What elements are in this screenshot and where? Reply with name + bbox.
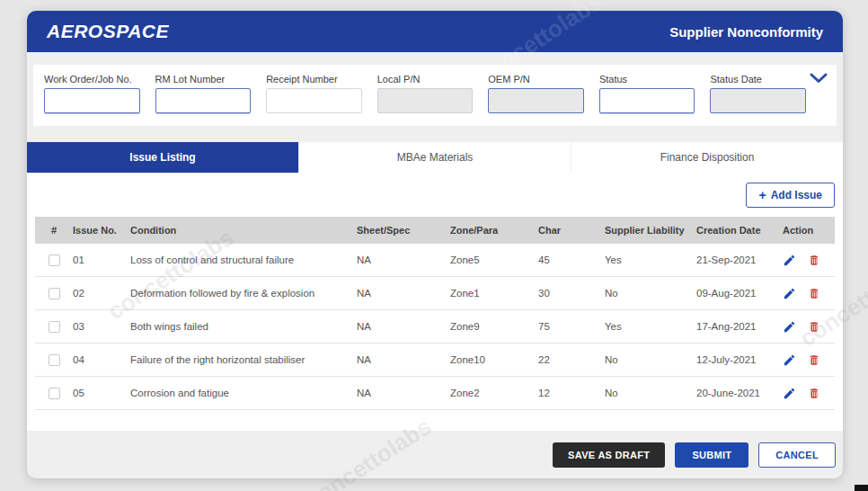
issue-no: 02 — [73, 288, 130, 299]
rm-lot-input[interactable] — [155, 88, 252, 113]
add-issue-button[interactable]: + Add Issue — [746, 183, 835, 208]
local-pn-input — [377, 88, 474, 113]
edit-pencil-icon[interactable] — [783, 320, 796, 334]
table-row: 05 Corrosion and fatigue NA Zone2 12 No … — [35, 377, 835, 410]
delete-trash-icon[interactable] — [808, 320, 820, 334]
page: AEROSPACE Supplier Nonconformity Work Or… — [0, 0, 868, 491]
char: 12 — [538, 388, 605, 398]
zone-para: Zone2 — [450, 388, 538, 398]
condition: Loss of control and structural failure — [130, 254, 357, 265]
edit-pencil-icon[interactable] — [783, 287, 796, 300]
receipt-number-label: Receipt Number — [266, 74, 362, 85]
col-issue-no: Issue No. — [73, 225, 130, 236]
aerospace-logo: AEROSPACE — [47, 21, 169, 42]
status-date-label: Status Date — [710, 74, 806, 85]
zone-para: Zone10 — [450, 354, 538, 365]
supplier-liability: No — [605, 354, 696, 365]
submit-button[interactable]: SUBMIT — [675, 442, 748, 468]
row-checkbox[interactable] — [49, 321, 60, 333]
issue-no: 05 — [73, 388, 130, 398]
screenshot-corner-artifact — [855, 485, 868, 491]
filter-panel: Work Order/Job No. RM Lot Number Receipt… — [33, 65, 837, 126]
field-rm-lot: RM Lot Number — [155, 74, 252, 113]
zone-para: Zone1 — [450, 288, 538, 299]
zone-para: Zone9 — [450, 321, 538, 332]
field-local-pn: Local P/N — [377, 74, 474, 113]
col-supplier-liability: Supplier Liability — [605, 225, 696, 236]
row-checkbox[interactable] — [49, 254, 60, 266]
delete-trash-icon[interactable] — [808, 287, 820, 300]
sheet-spec: NA — [357, 354, 450, 365]
creation-date: 21-Sep-2021 — [696, 254, 783, 265]
supplier-liability: No — [605, 288, 696, 299]
action-footer: SAVE AS DRAFT SUBMIT CANCEL — [27, 431, 843, 479]
tab-bar: Issue Listing MBAe Materials Finance Dis… — [27, 142, 843, 173]
col-sheet-spec: Sheet/Spec — [357, 225, 450, 236]
supplier-liability: Yes — [605, 321, 696, 332]
field-work-order: Work Order/Job No. — [44, 74, 140, 113]
add-issue-label: Add Issue — [771, 189, 822, 201]
status-label: Status — [599, 74, 695, 85]
table-row: 02 Deformation followed by fire & explos… — [35, 277, 835, 310]
edit-pencil-icon[interactable] — [783, 387, 796, 400]
table-header: # Issue No. Condition Sheet/Spec Zone/Pa… — [35, 217, 835, 244]
receipt-number-input[interactable] — [266, 88, 362, 113]
issue-no: 03 — [73, 321, 130, 332]
sheet-spec: NA — [357, 254, 450, 265]
issue-no: 04 — [73, 354, 130, 365]
edit-pencil-icon[interactable] — [783, 254, 796, 267]
oem-pn-label: OEM P/N — [488, 74, 584, 85]
row-checkbox[interactable] — [49, 288, 60, 299]
toolbar: + Add Issue — [35, 183, 835, 208]
supplier-nonconformity-window: AEROSPACE Supplier Nonconformity Work Or… — [27, 11, 843, 478]
work-order-label: Work Order/Job No. — [44, 74, 140, 85]
col-condition: Condition — [130, 225, 357, 236]
row-checkbox[interactable] — [49, 354, 60, 366]
tab-mbae-materials[interactable]: MBAe Materials — [299, 142, 571, 173]
creation-date: 20-June-2021 — [696, 388, 783, 398]
field-status: Status — [599, 74, 695, 113]
delete-trash-icon[interactable] — [808, 254, 820, 267]
status-date-input — [710, 88, 806, 113]
save-as-draft-button[interactable]: SAVE AS DRAFT — [553, 442, 665, 468]
col-creation-date: Creation Date — [696, 225, 783, 236]
char: 75 — [538, 321, 605, 332]
table-row: 04 Failure of the right horizontal stabi… — [35, 344, 835, 377]
rm-lot-label: RM Lot Number — [155, 74, 252, 85]
condition: Corrosion and fatigue — [130, 388, 357, 398]
supplier-liability: Yes — [605, 254, 696, 265]
work-order-input[interactable] — [44, 88, 140, 113]
condition: Failure of the right horizontal stabilis… — [130, 354, 357, 365]
col-char: Char — [538, 225, 605, 236]
filter-fields: Work Order/Job No. RM Lot Number Receipt… — [44, 74, 826, 113]
col-zone-para: Zone/Para — [450, 225, 538, 236]
issue-listing-content: + Add Issue # Issue No. Condition Sheet/… — [27, 173, 843, 431]
sheet-spec: NA — [357, 321, 450, 332]
row-checkbox[interactable] — [49, 388, 60, 399]
tab-issue-listing[interactable]: Issue Listing — [27, 142, 299, 173]
local-pn-label: Local P/N — [377, 74, 474, 85]
collapse-filters-chevron-down-icon[interactable] — [810, 71, 828, 87]
edit-pencil-icon[interactable] — [783, 353, 796, 367]
app-header: AEROSPACE Supplier Nonconformity — [27, 11, 843, 52]
field-oem-pn: OEM P/N — [488, 74, 584, 113]
col-action: Action — [783, 225, 835, 236]
creation-date: 12-July-2021 — [696, 354, 783, 365]
sheet-spec: NA — [357, 388, 450, 398]
issue-no: 01 — [73, 254, 130, 265]
delete-trash-icon[interactable] — [808, 387, 820, 400]
tab-finance-disposition[interactable]: Finance Disposition — [571, 142, 843, 173]
col-hash: # — [35, 225, 73, 236]
delete-trash-icon[interactable] — [808, 353, 820, 367]
page-title: Supplier Nonconformity — [669, 24, 823, 40]
plus-icon: + — [758, 188, 766, 202]
table-row: 03 Both wings failed NA Zone9 75 Yes 17-… — [35, 310, 835, 344]
condition: Deformation followed by fire & explosion — [130, 288, 357, 299]
condition: Both wings failed — [130, 321, 357, 332]
status-input[interactable] — [599, 88, 695, 113]
char: 30 — [538, 288, 605, 299]
field-status-date: Status Date — [710, 74, 806, 113]
field-receipt-number: Receipt Number — [266, 74, 362, 113]
cancel-button[interactable]: CANCEL — [758, 442, 836, 468]
sheet-spec: NA — [357, 288, 450, 299]
